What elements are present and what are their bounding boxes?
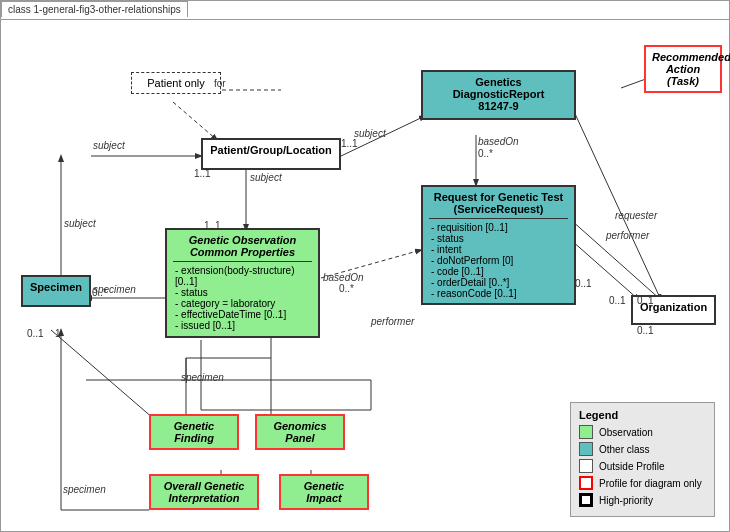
recommended-action-box: Recommended Action (Task) <box>644 45 722 93</box>
genetic-obs-attrs: extension(body-structure) [0..1] status … <box>173 265 312 331</box>
basedon-label: basedOn <box>478 136 519 147</box>
genetic-obs-box: Genetic Observation Common Properties ex… <box>165 228 320 338</box>
genetic-impact-title: Genetic Impact <box>287 480 361 504</box>
specimen-label-top: specimen <box>93 284 136 295</box>
genetics-diagnostic-box: Genetics DiagnosticReport 81247-9 <box>421 70 576 120</box>
specimen-label-left: specimen <box>63 484 106 495</box>
subject-label-down: subject <box>250 172 282 183</box>
request-attrs: requisition [0..1] status intent doNotPe… <box>429 222 568 299</box>
patient-group-title: Patient/Group/Location <box>209 144 333 156</box>
specimen-title: Specimen <box>29 281 83 293</box>
multi-0star-basedon: 0..* <box>478 148 493 159</box>
patient-group-box: Patient/Group/Location <box>201 138 341 170</box>
overall-genetic-box: Overall Genetic Interpretation <box>149 474 259 510</box>
legend-high-priority: High-priority <box>579 493 706 507</box>
legend-label-high: High-priority <box>599 495 653 506</box>
genomics-panel-box: Genomics Panel <box>255 414 345 450</box>
legend-other-class: Other class <box>579 442 706 456</box>
genetic-finding-title: Genetic Finding <box>157 420 231 444</box>
multi-01-performer: 0..1 <box>575 278 592 289</box>
legend-label-other: Other class <box>599 444 650 455</box>
requester-label-right: requester <box>615 210 657 221</box>
patient-only-label: Patient only <box>147 77 204 89</box>
specimen-label-bottom: specimen <box>181 372 224 383</box>
genetics-diagnostic-title: Genetics DiagnosticReport <box>429 76 568 100</box>
genetic-finding-box: Genetic Finding <box>149 414 239 450</box>
subject-label-left: subject <box>93 140 125 151</box>
svg-line-21 <box>571 105 661 300</box>
genetic-obs-title: Genetic Observation Common Properties <box>173 234 312 258</box>
specimen-box: Specimen <box>21 275 91 307</box>
recommended-action-title: Recommended Action (Task) <box>652 51 714 87</box>
genomics-panel-title: Genomics Panel <box>263 420 337 444</box>
multi-01-org3: 0..1 <box>637 325 654 336</box>
performer-label-right: performer <box>606 230 649 241</box>
legend-label-profile: Profile for diagram only <box>599 478 702 489</box>
multi-01-spec: 0..1 <box>27 328 44 339</box>
legend-label-observation: Observation <box>599 427 653 438</box>
multi-11-right: 1..1 <box>341 138 358 149</box>
diagram-container: class 1-general-fig3-other-relationships <box>0 0 730 532</box>
legend-swatch-other <box>579 442 593 456</box>
legend-observation: Observation <box>579 425 706 439</box>
performer-label-bottom: performer <box>371 316 414 327</box>
svg-line-8 <box>51 330 161 425</box>
diagram-area: Patient only for subject 1 1..1 subject … <box>1 19 729 531</box>
request-genetic-box: Request for Genetic Test (ServiceRequest… <box>421 185 576 305</box>
multi-01-org2: 0..1 <box>637 295 654 306</box>
legend-title: Legend <box>579 409 706 421</box>
legend-label-outside: Outside Profile <box>599 461 665 472</box>
legend-outside-profile: Outside Profile <box>579 459 706 473</box>
multi-01-org1: 0..1 <box>609 295 626 306</box>
legend-swatch-observation <box>579 425 593 439</box>
svg-line-19 <box>571 240 639 300</box>
legend: Legend Observation Other class Outside P… <box>570 402 715 517</box>
legend-swatch-profile <box>579 476 593 490</box>
patient-only-box: Patient only <box>131 72 221 94</box>
subject-label-top: subject <box>354 128 386 139</box>
basedon-label2: basedOn <box>323 272 364 283</box>
legend-profile-diagram: Profile for diagram only <box>579 476 706 490</box>
multi-1-spec: 1 <box>55 328 61 339</box>
request-title: Request for Genetic Test (ServiceRequest… <box>429 191 568 215</box>
svg-line-0 <box>173 102 217 140</box>
genetics-diagnostic-subtitle: 81247-9 <box>429 100 568 112</box>
subject-patient-label: subject <box>64 218 96 229</box>
legend-swatch-outside <box>579 459 593 473</box>
genetic-impact-box: Genetic Impact <box>279 474 369 510</box>
multi-0star2: 0..* <box>339 283 354 294</box>
tab-label: class 1-general-fig3-other-relationships <box>1 1 188 17</box>
overall-genetic-title: Overall Genetic Interpretation <box>157 480 251 504</box>
legend-swatch-high <box>579 493 593 507</box>
for-label: for <box>214 78 226 89</box>
